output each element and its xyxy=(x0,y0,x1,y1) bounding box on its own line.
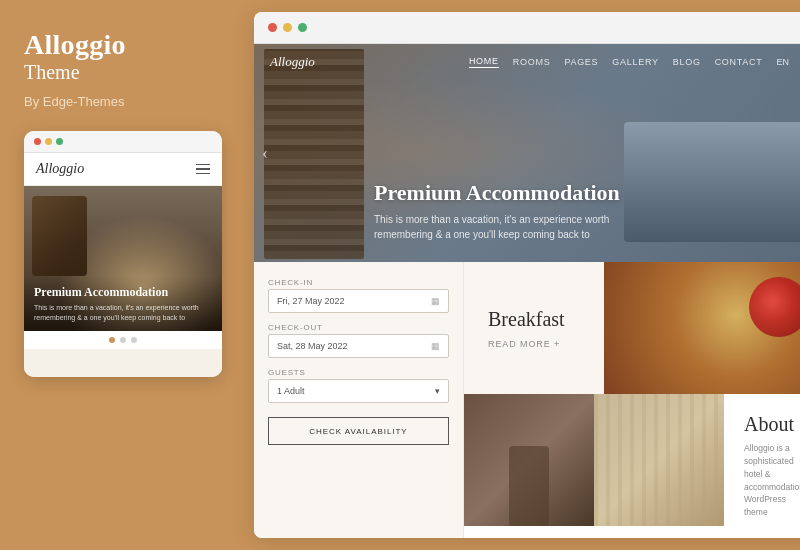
booking-panel: CHECK-IN Fri, 27 May 2022 ▦ CHECK-OUT Sa… xyxy=(254,262,464,538)
nav-lang[interactable]: EN xyxy=(777,57,790,67)
breakfast-title: Breakfast xyxy=(488,308,580,331)
checkout-value: Sat, 28 May 2022 xyxy=(277,341,348,351)
mobile-logo: Alloggio xyxy=(36,161,84,177)
hero-sub-text: This is more than a vacation, it's an ex… xyxy=(374,212,634,242)
browser-window: Alloggio HOME ROOMS PAGES GALLERY BLOG C… xyxy=(254,12,800,538)
nav-link-contact[interactable]: CONTACT xyxy=(715,57,763,67)
guests-value: 1 Adult xyxy=(277,386,305,396)
about-text: Alloggio is a sophisticated hotel & acco… xyxy=(744,442,800,519)
calendar-icon-checkin: ▦ xyxy=(431,296,440,306)
about-text-area: About Alloggio is a sophisticated hotel … xyxy=(724,394,800,538)
nav-link-rooms[interactable]: ROOMS xyxy=(513,57,551,67)
site-lower: CHECK-IN Fri, 27 May 2022 ▦ CHECK-OUT Sa… xyxy=(254,262,800,538)
site-hero: Alloggio HOME ROOMS PAGES GALLERY BLOG C… xyxy=(254,44,800,262)
nav-link-pages[interactable]: PAGES xyxy=(564,57,598,67)
chevron-down-guests-icon: ▾ xyxy=(435,386,440,396)
right-panel: Alloggio HOME ROOMS PAGES GALLERY BLOG C… xyxy=(248,0,800,550)
about-title: About xyxy=(744,413,800,436)
mobile-dot-inactive-1 xyxy=(120,337,126,343)
hero-logs-visual xyxy=(264,49,364,259)
breakfast-row: Breakfast READ MORE + ⊕ ☰ xyxy=(464,262,800,394)
mobile-dot-green xyxy=(56,138,63,145)
check-availability-button[interactable]: CHECK AVAILABILITY xyxy=(268,417,449,445)
mobile-dot-active xyxy=(109,337,115,343)
breakfast-image: ⊕ ☰ xyxy=(604,262,800,394)
theme-author: By Edge-Themes xyxy=(24,94,124,109)
about-image-left xyxy=(464,394,594,526)
guests-select[interactable]: 1 Adult ▾ xyxy=(268,379,449,403)
guests-label: GUESTS xyxy=(268,368,449,377)
logs-visual xyxy=(32,196,87,276)
mobile-dot-red xyxy=(34,138,41,145)
mobile-bottom-strip xyxy=(24,349,222,377)
hamburger-line-3 xyxy=(196,173,210,175)
checkin-value: Fri, 27 May 2022 xyxy=(277,296,345,306)
hamburger-icon[interactable] xyxy=(196,164,210,175)
site-nav-links: HOME ROOMS PAGES GALLERY BLOG CONTACT EN… xyxy=(469,56,800,68)
calendar-icon-checkout: ▦ xyxy=(431,341,440,351)
nav-link-gallery[interactable]: GALLERY xyxy=(612,57,658,67)
mobile-browser-bar xyxy=(24,131,222,153)
mobile-dots xyxy=(24,331,222,349)
about-row: About Alloggio is a sophisticated hotel … xyxy=(464,394,800,538)
mobile-hero-title: Premium Accommodation xyxy=(34,285,212,299)
checkin-input[interactable]: Fri, 27 May 2022 ▦ xyxy=(268,289,449,313)
mobile-mockup: Alloggio Premium Accommodation This is m… xyxy=(24,131,222,377)
mobile-dot-yellow xyxy=(45,138,52,145)
site-right-content: Breakfast READ MORE + ⊕ ☰ xyxy=(464,262,800,538)
mobile-hero-text: This is more than a vacation, it's an ex… xyxy=(34,303,212,323)
left-panel: Alloggio Theme By Edge-Themes Alloggio P… xyxy=(0,0,248,550)
hero-main-title: Premium Accommodation xyxy=(374,180,764,206)
hero-text-overlay: Premium Accommodation This is more than … xyxy=(374,180,764,242)
mobile-hero: Premium Accommodation This is more than … xyxy=(24,186,222,331)
fruit-visual xyxy=(749,277,800,337)
browser-content: Alloggio HOME ROOMS PAGES GALLERY BLOG C… xyxy=(254,44,800,538)
breakfast-text-area: Breakfast READ MORE + xyxy=(464,262,604,394)
checkout-section: CHECK-OUT Sat, 28 May 2022 ▦ xyxy=(268,323,449,358)
hamburger-line-1 xyxy=(196,164,210,166)
guests-section: GUESTS 1 Adult ▾ xyxy=(268,368,449,403)
checkout-input[interactable]: Sat, 28 May 2022 ▦ xyxy=(268,334,449,358)
checkin-section: CHECK-IN Fri, 27 May 2022 ▦ xyxy=(268,278,449,313)
mobile-nav: Alloggio xyxy=(24,153,222,186)
browser-dot-yellow xyxy=(283,23,292,32)
texture-pattern xyxy=(594,394,724,526)
checkout-label: CHECK-OUT xyxy=(268,323,449,332)
checkin-label: CHECK-IN xyxy=(268,278,449,287)
theme-title: Alloggio xyxy=(24,30,126,61)
breakfast-read-more[interactable]: READ MORE + xyxy=(488,339,580,349)
site-navbar: Alloggio HOME ROOMS PAGES GALLERY BLOG C… xyxy=(254,44,800,80)
hamburger-line-2 xyxy=(196,168,210,170)
theme-subtitle: Theme xyxy=(24,61,126,84)
browser-dot-red xyxy=(268,23,277,32)
hero-arrow-left[interactable]: ‹ xyxy=(262,143,268,164)
person-silhouette xyxy=(509,446,549,526)
nav-link-blog[interactable]: BLOG xyxy=(673,57,701,67)
browser-bar xyxy=(254,12,800,44)
mobile-hero-overlay: Premium Accommodation This is more than … xyxy=(24,275,222,331)
mobile-dot-inactive-2 xyxy=(131,337,137,343)
site-logo: Alloggio xyxy=(270,54,315,70)
about-image-right xyxy=(594,394,724,526)
nav-link-home[interactable]: HOME xyxy=(469,56,499,68)
browser-dot-green xyxy=(298,23,307,32)
